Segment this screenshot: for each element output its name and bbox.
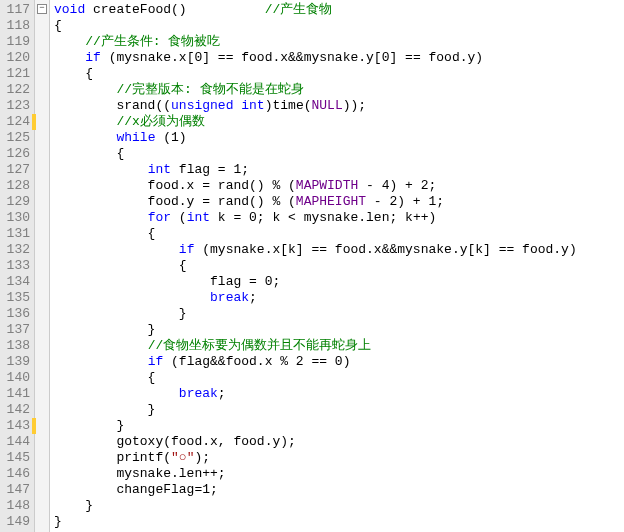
token-plain: } <box>54 402 155 417</box>
fold-cell <box>35 384 49 400</box>
line-number: 136 <box>2 306 30 322</box>
code-line: { <box>54 370 577 386</box>
token-plain <box>54 210 148 225</box>
fold-cell <box>35 144 49 160</box>
token-kw: int <box>241 98 264 113</box>
token-plain: flag = 1; <box>171 162 249 177</box>
fold-cell <box>35 64 49 80</box>
line-number: 121 <box>2 66 30 82</box>
code-line: //食物坐标要为偶数并且不能再蛇身上 <box>54 338 577 354</box>
line-number: 141 <box>2 386 30 402</box>
code-line: int flag = 1; <box>54 162 577 178</box>
token-kw: unsigned <box>171 98 233 113</box>
token-kw: if <box>85 50 101 65</box>
fold-toggle-icon[interactable]: − <box>37 4 47 14</box>
fold-cell <box>35 304 49 320</box>
code-line: flag = 0; <box>54 274 577 290</box>
token-kw: int <box>148 162 171 177</box>
code-line: { <box>54 18 577 34</box>
token-plain: ; <box>249 290 257 305</box>
token-plain: } <box>54 498 93 513</box>
fold-cell <box>35 432 49 448</box>
code-line: break; <box>54 386 577 402</box>
line-number: 125 <box>2 130 30 146</box>
line-number: 144 <box>2 434 30 450</box>
code-line: printf("○"); <box>54 450 577 466</box>
token-plain: ; <box>218 386 226 401</box>
token-plain <box>54 354 148 369</box>
line-number: 123 <box>2 98 30 114</box>
fold-cell <box>35 336 49 352</box>
line-number-gutter: 1171181191201211221231241251261271281291… <box>0 0 35 532</box>
token-plain <box>54 114 116 129</box>
line-number: 132 <box>2 242 30 258</box>
line-number: 130 <box>2 210 30 226</box>
token-plain: printf( <box>54 450 171 465</box>
token-plain: food.y = rand() % ( <box>54 194 296 209</box>
code-line: food.x = rand() % (MAPWIDTH - 4) + 2; <box>54 178 577 194</box>
fold-cell[interactable]: − <box>35 0 49 16</box>
line-number: 135 <box>2 290 30 306</box>
token-macro: MAPWIDTH <box>296 178 358 193</box>
line-number: 145 <box>2 450 30 466</box>
code-line: } <box>54 402 577 418</box>
line-number: 117 <box>2 2 30 18</box>
line-number: 146 <box>2 466 30 482</box>
code-line: } <box>54 514 577 530</box>
code-line: } <box>54 322 577 338</box>
token-plain <box>54 242 179 257</box>
fold-cell <box>35 352 49 368</box>
token-plain: (mysnake.x[k] == food.x&&mysnake.y[k] ==… <box>194 242 576 257</box>
code-content: void createFood() //产生食物{ //产生条件: 食物被吃 i… <box>50 0 581 532</box>
line-number: 143 <box>2 418 30 434</box>
code-line: } <box>54 306 577 322</box>
line-number: 122 <box>2 82 30 98</box>
token-plain: } <box>54 322 155 337</box>
token-plain: (1) <box>155 130 186 145</box>
line-number: 126 <box>2 146 30 162</box>
token-plain: srand(( <box>54 98 171 113</box>
fold-cell <box>35 368 49 384</box>
token-plain: } <box>54 418 124 433</box>
token-kw: void <box>54 2 85 17</box>
code-line: changeFlag=1; <box>54 482 577 498</box>
token-cmt: //完整版本: 食物不能是在蛇身 <box>116 82 303 97</box>
line-number: 137 <box>2 322 30 338</box>
fold-cell <box>35 16 49 32</box>
code-line: gotoxy(food.x, food.y); <box>54 434 577 450</box>
fold-cell <box>35 176 49 192</box>
fold-cell <box>35 160 49 176</box>
fold-cell <box>35 80 49 96</box>
code-line: food.y = rand() % (MAPHEIGHT - 2) + 1; <box>54 194 577 210</box>
fold-cell <box>35 496 49 512</box>
line-number: 138 <box>2 338 30 354</box>
line-number: 148 <box>2 498 30 514</box>
token-plain <box>54 290 210 305</box>
token-plain: } <box>54 514 62 529</box>
token-plain: ( <box>171 210 187 225</box>
token-plain <box>54 338 148 353</box>
code-line: while (1) <box>54 130 577 146</box>
token-plain: )); <box>343 98 366 113</box>
token-plain: changeFlag=1; <box>54 482 218 497</box>
token-kw: if <box>179 242 195 257</box>
line-number: 129 <box>2 194 30 210</box>
line-number: 118 <box>2 18 30 34</box>
token-plain <box>54 34 85 49</box>
token-macro: MAPHEIGHT <box>296 194 366 209</box>
code-line: if (mysnake.x[0] == food.x&&mysnake.y[0]… <box>54 50 577 66</box>
line-number: 139 <box>2 354 30 370</box>
fold-cell <box>35 288 49 304</box>
token-kw: if <box>148 354 164 369</box>
code-line: { <box>54 258 577 274</box>
token-cmt: //食物坐标要为偶数并且不能再蛇身上 <box>148 338 372 353</box>
fold-cell <box>35 32 49 48</box>
token-plain: k = 0; k < mysnake.len; k++) <box>210 210 436 225</box>
fold-cell <box>35 480 49 496</box>
token-plain: (mysnake.x[0] == food.x&&mysnake.y[0] ==… <box>101 50 483 65</box>
fold-cell <box>35 224 49 240</box>
token-plain: flag = 0; <box>54 274 280 289</box>
fold-cell <box>35 128 49 144</box>
code-line: for (int k = 0; k < mysnake.len; k++) <box>54 210 577 226</box>
token-macro: NULL <box>311 98 342 113</box>
